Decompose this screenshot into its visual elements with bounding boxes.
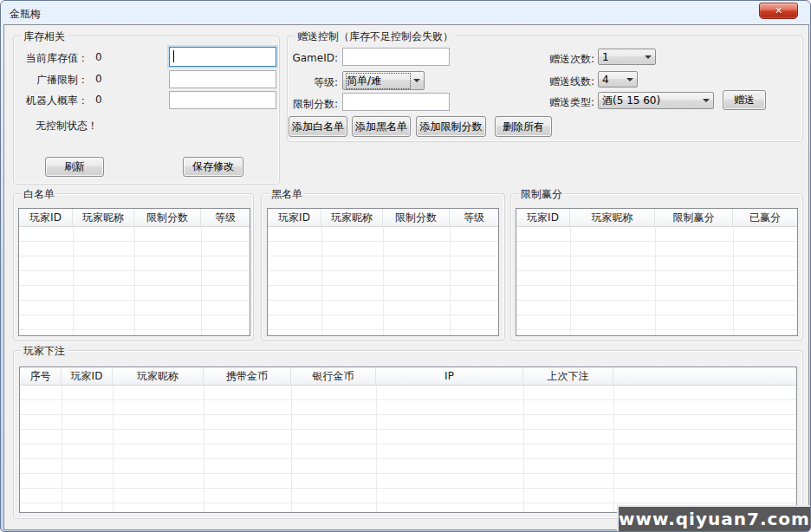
gift-control-group-title: 赠送控制（库存不足控制会失败） <box>295 29 456 44</box>
player-bets-table[interactable]: 序号 玩家ID 玩家昵称 携带金币 银行金币 IP 上次下注 <box>19 367 797 513</box>
whitelist-body[interactable] <box>19 227 250 335</box>
gift-type-value: 酒(5 15 60) <box>602 94 699 108</box>
control-status-text: 无控制状态！ <box>36 119 98 133</box>
gameid-input[interactable] <box>342 48 450 66</box>
column-header[interactable]: 玩家ID <box>516 209 570 226</box>
grid-line <box>62 386 62 512</box>
add-limit-score-button[interactable]: 添加限制分数 <box>416 116 486 137</box>
level-select-value: 简单/难 <box>347 74 410 88</box>
grid-line <box>134 227 135 335</box>
limit-win-table[interactable]: 玩家ID 玩家昵称 限制赢分 已赢分 <box>516 208 798 336</box>
column-header[interactable]: 玩家ID <box>19 209 73 226</box>
gift-lines-label: 赠送线数: <box>534 75 594 89</box>
whitelist-group: 白名单 玩家ID 玩家昵称 限制分数 等级 <box>13 193 254 341</box>
close-icon: ✕ <box>775 5 782 16</box>
column-header[interactable]: 玩家昵称 <box>113 367 204 385</box>
chevron-down-icon <box>626 78 633 85</box>
broadcast-limit-label: 广播限制： <box>21 73 88 88</box>
chevron-down-icon <box>703 99 710 106</box>
limit-win-body[interactable] <box>516 227 797 335</box>
column-header[interactable]: 玩家昵称 <box>73 209 134 226</box>
grid-line <box>733 227 734 335</box>
column-header[interactable]: 序号 <box>20 367 62 385</box>
column-header[interactable]: IP <box>376 367 523 385</box>
watermark-banner: www.qiyuan7.com <box>617 505 810 531</box>
grid-line <box>383 227 384 335</box>
player-bets-header[interactable]: 序号 玩家ID 玩家昵称 携带金币 银行金币 IP 上次下注 <box>20 367 796 386</box>
column-header[interactable]: 玩家ID <box>268 209 321 226</box>
grid-line <box>291 386 292 512</box>
robot-rate-input[interactable] <box>169 91 276 109</box>
client-area: 库存相关 当前库存值： 0 广播限制： 0 机器人概率： 0 无控制状态！ 刷新… <box>3 24 809 530</box>
column-header[interactable]: 限制赢分 <box>655 209 733 226</box>
blacklist-group: 黑名单 玩家ID 玩家昵称 限制分数 等级 <box>261 193 505 341</box>
gift-type-select[interactable]: 酒(5 15 60) <box>598 92 714 109</box>
whitelist-header[interactable]: 玩家ID 玩家昵称 限制分数 等级 <box>19 209 250 227</box>
inventory-group: 库存相关 当前库存值： 0 广播限制： 0 机器人概率： 0 无控制状态！ 刷新… <box>13 36 280 185</box>
grid-line <box>655 227 656 335</box>
grid-line <box>613 386 614 512</box>
column-header[interactable]: 玩家昵称 <box>570 209 655 226</box>
limit-score-label: 限制分数: <box>288 97 338 112</box>
add-blacklist-button[interactable]: 添加黑名单 <box>352 116 411 137</box>
column-header[interactable]: 限制分数 <box>383 209 450 226</box>
text-caret <box>173 50 174 62</box>
grid-line <box>376 386 377 512</box>
column-header[interactable] <box>613 367 796 385</box>
column-header[interactable]: 玩家昵称 <box>321 209 383 226</box>
limit-win-group-title: 限制赢分 <box>518 187 565 202</box>
level-select[interactable]: 简单/难 <box>342 71 425 90</box>
gameid-label: GameID: <box>288 52 338 64</box>
blacklist-header[interactable]: 玩家ID 玩家昵称 限制分数 等级 <box>268 209 498 227</box>
stock-value: 0 <box>95 51 102 63</box>
limit-win-header[interactable]: 玩家ID 玩家昵称 限制赢分 已赢分 <box>516 209 797 227</box>
column-header[interactable]: 银行金币 <box>291 367 376 385</box>
player-bets-group: 玩家下注 序号 玩家ID 玩家昵称 携带金币 银行金币 IP 上次下注 <box>13 350 803 519</box>
blacklist-group-title: 黑名单 <box>269 187 305 202</box>
broadcast-limit-input[interactable] <box>169 70 276 88</box>
gift-times-select[interactable]: 1 <box>598 49 656 65</box>
grid-line <box>523 386 524 512</box>
gift-control-group: 赠送控制（库存不足控制会失败） GameID: 等级: 简单/难 限制分数: 添… <box>287 36 803 142</box>
whitelist-table[interactable]: 玩家ID 玩家昵称 限制分数 等级 <box>18 208 250 336</box>
give-button[interactable]: 赠送 <box>723 90 766 110</box>
grid-line <box>204 386 204 512</box>
blacklist-table[interactable]: 玩家ID 玩家昵称 限制分数 等级 <box>267 208 499 336</box>
gift-lines-value: 4 <box>602 74 623 86</box>
chevron-down-icon <box>413 79 420 86</box>
player-bets-group-title: 玩家下注 <box>21 344 68 359</box>
column-header[interactable]: 已赢分 <box>733 209 797 226</box>
add-whitelist-button[interactable]: 添加白名单 <box>289 116 347 137</box>
column-header[interactable]: 等级 <box>450 209 498 226</box>
column-header[interactable]: 等级 <box>201 209 250 226</box>
grid-line <box>113 386 114 512</box>
window-title: 金瓶梅 <box>10 7 41 22</box>
gift-type-label: 赠送类型: <box>534 95 594 110</box>
stock-value-input[interactable] <box>169 47 276 67</box>
column-header[interactable]: 限制分数 <box>134 209 201 226</box>
robot-rate-label: 机器人概率： <box>21 94 88 108</box>
gift-lines-select[interactable]: 4 <box>598 71 638 88</box>
column-header[interactable]: 上次下注 <box>523 367 613 385</box>
level-label: 等级: <box>288 75 338 90</box>
grid-line <box>73 227 74 335</box>
title-bar[interactable]: 金瓶梅 ✕ <box>1 1 810 25</box>
refresh-button[interactable]: 刷新 <box>45 157 104 177</box>
close-button[interactable]: ✕ <box>759 3 798 19</box>
limit-score-input[interactable] <box>342 93 450 111</box>
save-changes-button[interactable]: 保存修改 <box>183 157 243 177</box>
chevron-down-icon <box>645 55 652 62</box>
limit-win-group: 限制赢分 玩家ID 玩家昵称 限制赢分 已赢分 <box>510 193 803 341</box>
player-bets-body[interactable] <box>20 386 796 512</box>
gift-times-value: 1 <box>602 51 641 63</box>
blacklist-body[interactable] <box>268 227 498 335</box>
whitelist-group-title: 白名单 <box>21 187 57 202</box>
grid-line <box>321 227 322 335</box>
delete-all-button[interactable]: 删除所有 <box>495 116 552 137</box>
inventory-group-title: 库存相关 <box>21 29 68 44</box>
broadcast-limit-value: 0 <box>95 73 102 85</box>
column-header[interactable]: 玩家ID <box>62 367 113 385</box>
column-header[interactable]: 携带金币 <box>204 367 291 385</box>
gift-times-label: 赠送次数: <box>534 52 594 67</box>
robot-rate-value: 0 <box>95 94 102 106</box>
